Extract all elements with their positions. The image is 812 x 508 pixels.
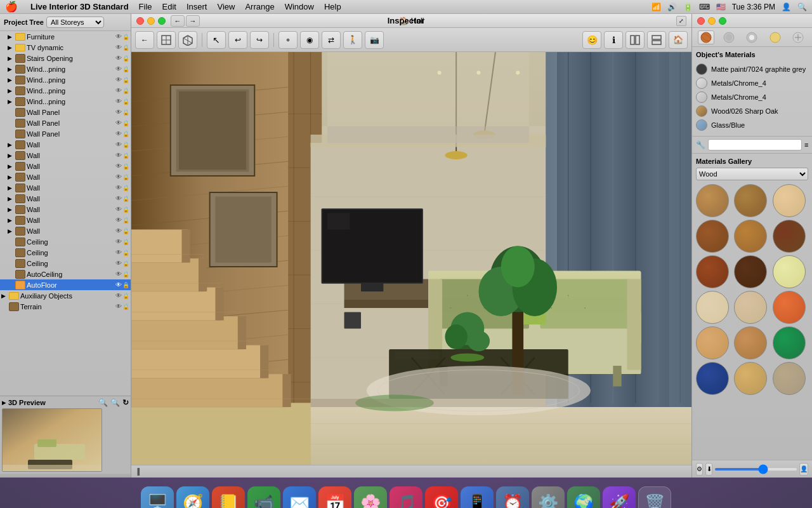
inspector-tab-grid[interactable] (790, 30, 806, 44)
dock-finder[interactable]: 🖥️ (141, 486, 174, 508)
tree-item-auxiliary[interactable]: ▶ Auxiliary Objects 👁 🔒 (0, 290, 131, 301)
lock-btn[interactable]: 🔒 (122, 66, 129, 72)
dock-calendar[interactable]: 📅 (318, 486, 351, 508)
dock-itunes[interactable]: 🎵 (390, 486, 422, 508)
eye-btn[interactable]: 👁 (115, 292, 122, 299)
tree-item-ceiling-1[interactable]: Ceiling 👁 🔒 (0, 236, 131, 247)
minimize-button[interactable] (147, 17, 155, 25)
tree-item-wall-3[interactable]: ▶ Wall 👁 🔒 (0, 161, 131, 171)
eye-btn[interactable]: 👁 (115, 33, 122, 40)
eye-btn[interactable]: 👁 (115, 55, 122, 62)
lock-btn[interactable]: 🔒 (122, 163, 129, 170)
tree-item-wind2[interactable]: ▶ Wind...pning 👁 🔒 (0, 74, 131, 85)
lock-btn[interactable]: 🔒 (122, 293, 129, 299)
nav-forward[interactable]: → (186, 15, 200, 27)
eye-btn[interactable]: 👁 (115, 152, 122, 159)
eye-btn[interactable]: 👁 (115, 184, 122, 191)
lock-btn[interactable]: 🔒 (122, 196, 129, 202)
viewport[interactable] (131, 52, 691, 465)
lock-btn[interactable]: 🔒 (122, 228, 129, 234)
dock-launchpad[interactable]: 🚀 (603, 486, 636, 508)
cursor-tool-btn[interactable]: ↖ (207, 31, 226, 49)
eye-btn[interactable]: 👁 (115, 87, 122, 94)
inspector-tab-texture[interactable] (721, 30, 737, 44)
lock-btn[interactable]: 🔒 (122, 98, 129, 105)
menu-insert[interactable]: Insert (187, 2, 207, 11)
resize-handle[interactable] (0, 474, 131, 478)
inspector-maximize-button[interactable] (719, 17, 726, 25)
close-button[interactable] (136, 17, 144, 25)
gallery-filter-select[interactable]: Wood Stone Metal Fabric Glass Paint (696, 168, 808, 180)
tree-item-ceiling-2[interactable]: Ceiling 👁 🔒 (0, 247, 131, 258)
dock-trash[interactable]: 🗑️ (638, 486, 671, 508)
gallery-swatch-3[interactable] (773, 184, 806, 217)
material-item-4[interactable]: Wood/026 Sharp Oak (696, 104, 808, 118)
preview-thumbnail[interactable] (2, 408, 102, 472)
material-item-5[interactable]: Glass/Blue (696, 118, 808, 132)
lock-btn[interactable]: 🔒 (122, 304, 129, 310)
import-btn[interactable]: ⬇ (705, 463, 712, 476)
tree-item-furniture[interactable]: ▶ Furniture 👁 🔒 (0, 31, 131, 42)
inspector-tab-light[interactable] (767, 30, 783, 44)
gallery-swatch-4[interactable] (696, 220, 729, 253)
gallery-swatch-12[interactable] (773, 291, 806, 324)
eye-btn[interactable]: 👁 (115, 260, 122, 267)
dock-timemachine[interactable]: ⏰ (496, 486, 529, 508)
dock-contacts[interactable]: 📒 (212, 486, 245, 508)
eye-btn[interactable]: 👁 (115, 281, 122, 288)
lock-btn[interactable]: 🔒 (122, 44, 129, 51)
lock-btn[interactable]: 🔒 (122, 152, 129, 159)
layout2-btn[interactable] (647, 31, 666, 49)
gallery-swatch-15[interactable] (773, 326, 806, 359)
nav-back[interactable]: ← (171, 15, 185, 27)
eye-btn[interactable]: 👁 (115, 173, 122, 180)
dock-sysprefs[interactable]: ⚙️ (532, 486, 565, 508)
tree-item-wall-2[interactable]: ▶ Wall 👁 🔒 (0, 150, 131, 161)
lock-btn[interactable]: 🔒 (122, 120, 129, 126)
dock-appstore[interactable]: 📱 (461, 486, 494, 508)
lock-btn[interactable]: 🔒 (122, 282, 129, 288)
export-btn[interactable]: 👤 (799, 463, 808, 476)
gallery-swatch-14[interactable] (734, 326, 767, 359)
toolbar-back-btn[interactable]: ← (135, 31, 154, 49)
eye-btn[interactable]: 👁 (115, 76, 122, 83)
tree-item-wind4[interactable]: ▶ Wind...pning 👁 🔒 (0, 96, 131, 107)
app-name[interactable]: Live Interior 3D Standard (30, 2, 129, 11)
eye-btn[interactable]: 👁 (115, 249, 122, 256)
menu-arrange[interactable]: Arrange (245, 2, 274, 11)
menu-edit[interactable]: Edit (162, 2, 176, 11)
tree-item-wall-panel-3[interactable]: Wall Panel 👁 🔒 (0, 128, 131, 139)
tree-item-autofloor[interactable]: AutoFloor 👁 🔒 (0, 279, 131, 290)
eye-btn[interactable]: 👁 (115, 271, 122, 277)
material-search-input[interactable] (708, 139, 802, 150)
eye-tool-btn[interactable]: ◉ (300, 31, 319, 49)
person-tool-btn[interactable]: 🚶 (343, 31, 362, 49)
lock-btn[interactable]: 🔒 (122, 185, 129, 191)
eye-btn[interactable]: 👁 (115, 65, 122, 72)
lock-btn[interactable]: 🔒 (122, 271, 129, 277)
lock-btn[interactable]: 🔒 (122, 142, 129, 148)
face-btn[interactable]: 😊 (582, 31, 601, 49)
gallery-swatch-16[interactable] (696, 362, 729, 395)
dock-app1[interactable]: 🎯 (425, 486, 458, 508)
tree-item-terrain[interactable]: Terrain 👁 🔒 (0, 301, 131, 312)
tree-item-wall-7[interactable]: ▶ Wall 👁 🔒 (0, 204, 131, 215)
eye-btn[interactable]: 👁 (115, 130, 122, 137)
camera-tool-btn[interactable]: 📷 (365, 31, 384, 49)
brightness-slider[interactable] (715, 468, 797, 471)
tree-item-wall-1[interactable]: ▶ Wall 👁 🔒 (0, 139, 131, 150)
dock-mail[interactable]: ✉️ (283, 486, 316, 508)
eye-btn[interactable]: 👁 (115, 119, 122, 126)
tree-item-ceiling-3[interactable]: Ceiling 👁 🔒 (0, 258, 131, 269)
gallery-swatch-5[interactable] (734, 220, 767, 253)
eye-btn[interactable]: 👁 (115, 195, 122, 202)
info-btn[interactable]: ℹ (604, 31, 623, 49)
dock-photos[interactable]: 🌸 (354, 486, 387, 508)
redo-btn[interactable]: ↪ (250, 31, 269, 49)
eye-btn[interactable]: 👁 (115, 303, 122, 310)
zoom-out-btn[interactable]: 🔍 (110, 398, 120, 407)
settings-btn[interactable]: ⚙ (696, 463, 703, 476)
gallery-swatch-1[interactable] (696, 184, 729, 217)
lock-btn[interactable]: 🔒 (122, 206, 129, 213)
lock-btn[interactable]: 🔒 (122, 109, 129, 116)
